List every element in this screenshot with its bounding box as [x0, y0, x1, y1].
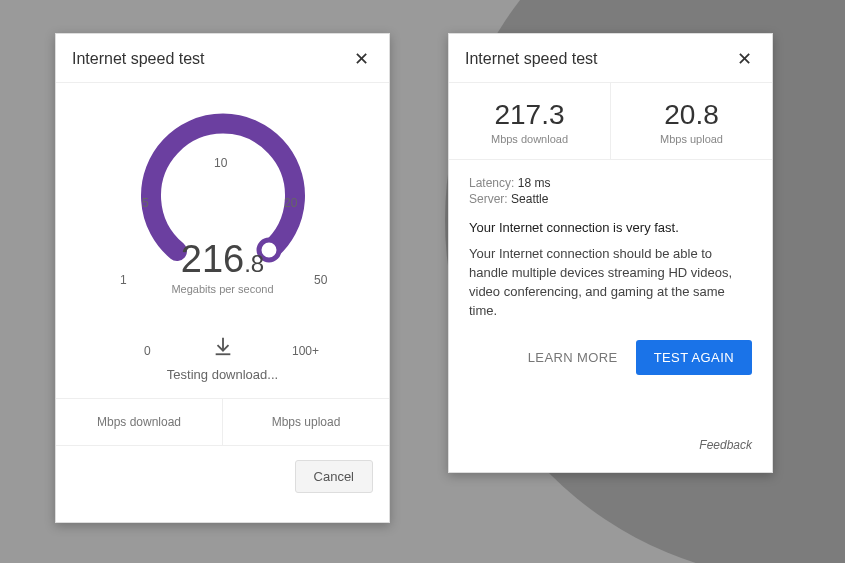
upload-result: 20.8 Mbps upload	[610, 83, 772, 159]
summary-upload-label: Mbps upload	[272, 415, 341, 429]
latency-value: 18 ms	[518, 176, 551, 190]
feedback-link[interactable]: Feedback	[699, 438, 752, 452]
speed-decimal: .8	[244, 250, 264, 277]
gauge-tick-0: 0	[144, 344, 151, 358]
latency-key: Latency:	[469, 176, 514, 190]
summary-row: Mbps download Mbps upload	[56, 398, 389, 446]
download-result: 217.3 Mbps download	[449, 83, 610, 159]
dialog-header: Internet speed test ✕	[56, 34, 389, 83]
download-label: Mbps download	[455, 133, 604, 145]
dialog-title: Internet speed test	[465, 50, 598, 68]
status-text: Testing download...	[56, 367, 389, 382]
dialog-header: Internet speed test ✕	[449, 34, 772, 83]
gauge-tick-100: 100+	[292, 344, 319, 358]
latency-line: Latency: 18 ms	[469, 176, 752, 190]
download-icon	[212, 335, 234, 361]
speed-test-result-card: Internet speed test ✕ 217.3 Mbps downloa…	[448, 33, 773, 473]
gauge-tick-20: 20	[284, 196, 297, 210]
button-row: Cancel	[56, 446, 389, 507]
server-value: Seattle	[511, 192, 548, 206]
gauge-tick-10: 10	[214, 156, 227, 170]
summary-upload-cell: Mbps upload	[222, 399, 389, 445]
summary-download-label: Mbps download	[97, 415, 181, 429]
upload-value: 20.8	[617, 99, 766, 131]
gauge-area: 0 1 5 10 20 50 100+ 216.8 Megabits per s…	[56, 83, 389, 398]
action-row: LEARN MORE TEST AGAIN	[449, 320, 772, 375]
learn-more-button[interactable]: LEARN MORE	[524, 342, 622, 373]
speed-unit-label: Megabits per second	[56, 283, 389, 295]
speed-readout: 216.8 Megabits per second	[56, 238, 389, 295]
result-body: Your Internet connection should be able …	[469, 245, 752, 320]
result-headline: Your Internet connection is very fast.	[469, 220, 752, 235]
cancel-button[interactable]: Cancel	[295, 460, 373, 493]
speed-test-running-card: Internet speed test ✕ 0 1 5 10 20 50 100…	[55, 33, 390, 523]
test-again-button[interactable]: TEST AGAIN	[636, 340, 752, 375]
detail-block: Latency: 18 ms Server: Seattle Your Inte…	[449, 160, 772, 320]
close-icon[interactable]: ✕	[350, 48, 373, 70]
upload-label: Mbps upload	[617, 133, 766, 145]
server-key: Server:	[469, 192, 508, 206]
gauge-tick-5: 5	[142, 196, 149, 210]
speed-integer: 216	[181, 238, 244, 281]
close-icon[interactable]: ✕	[733, 48, 756, 70]
dialog-title: Internet speed test	[72, 50, 205, 68]
download-value: 217.3	[455, 99, 604, 131]
summary-download-cell: Mbps download	[56, 399, 222, 445]
result-row: 217.3 Mbps download 20.8 Mbps upload	[449, 83, 772, 160]
server-line: Server: Seattle	[469, 192, 752, 206]
